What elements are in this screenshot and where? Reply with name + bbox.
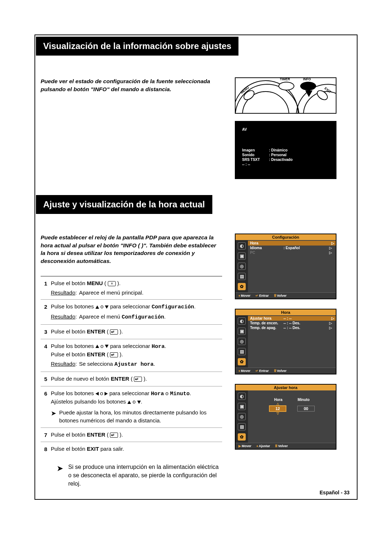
osd-row-ajustar: Ajustar hora-- : --▷	[248, 316, 336, 321]
arrow-right-icon	[105, 392, 108, 396]
osd-pc-icon: ▤	[238, 348, 246, 355]
step: 8Pulse el botón EXIT para salir.	[41, 442, 222, 456]
osd-picture-icon: ◐	[238, 242, 246, 250]
osd-footer: ♦Mover ↵Entrar ⅢVolver	[236, 292, 336, 299]
remote-label-timer: TIMER	[280, 77, 290, 81]
osd-setup-icon: ✿	[238, 358, 246, 365]
enter-button-icon	[110, 433, 118, 438]
osd-title: Hora	[236, 309, 336, 315]
adjust-label-minuto: Minuto	[298, 398, 310, 402]
menu-button-icon: ⅠⅠⅠ	[108, 281, 116, 286]
osd-ajustar-hora: Ajustar hora ◐ ▣ ◎ ▤ ✿ Hora Minuto	[235, 384, 336, 450]
final-note: ➤ Si se produce una interrupción en la a…	[41, 463, 222, 488]
info-row: -- : --	[242, 162, 329, 166]
osd-row-apag: Temp. de apag.-- : -- Des.▷	[250, 325, 334, 330]
step-number: 5	[41, 375, 51, 383]
osd-row-idioma: Idioma: Español▷	[250, 246, 334, 250]
steps-list: 1Pulse el botón MENU ( ⅠⅠⅠ ).Resultado:A…	[41, 276, 222, 456]
osd-sound-icon: ▣	[238, 403, 246, 410]
osd-picture-icon: ◐	[238, 393, 246, 400]
info-row: Sonido: Personal	[242, 153, 329, 157]
arrow-left-icon	[95, 392, 99, 396]
step: 1Pulse el botón MENU ( ⅠⅠⅠ ).Resultado:A…	[41, 276, 222, 300]
remote-button-timer-icon	[278, 82, 294, 90]
step-number: 1	[41, 279, 51, 297]
enter-button-icon	[110, 352, 118, 357]
remote-illustration: TIMER INFO MENU EXIT	[235, 77, 336, 114]
pointer-arrow-icon	[305, 90, 313, 97]
osd-sidebar: ◐ ▣ ◎ ▤ ✿	[236, 390, 248, 443]
adjust-up-icon: △	[277, 402, 279, 405]
info-row: SRS TSXT: Desactivado	[242, 158, 329, 162]
info-screen: AV Imagen: Dinámico Sonido: Personal SRS…	[235, 121, 336, 179]
adjust-value-minuto: 00	[297, 406, 315, 412]
step: 5Pulse de nuevo el botón ENTER ( ).	[41, 372, 222, 386]
enter-button-icon	[134, 377, 142, 382]
arrow-up-icon	[95, 345, 99, 348]
osd-title: Configuración	[236, 234, 336, 240]
osd-footer: ▶Mover ♦Ajustar ⅢVolver	[236, 443, 336, 449]
osd-setup-icon: ✿	[238, 433, 246, 441]
step: 2Pulse los botones o para seleccionar Co…	[41, 300, 222, 325]
osd-footer: ♦Mover ↵Entrar ⅢVolver	[236, 368, 336, 374]
step: 7Pulse el botón ENTER ( ).	[41, 428, 222, 442]
note-arrow-icon: ➤	[51, 409, 56, 425]
osd-picture-icon: ◐	[238, 317, 246, 325]
step-number: 3	[41, 328, 51, 336]
osd-sidebar: ◐ ▣ ◎ ▤ ✿	[236, 315, 248, 368]
enter-button-icon	[110, 329, 118, 335]
osd-sound-icon: ▣	[238, 328, 246, 335]
step-number: 4	[41, 342, 51, 369]
osd-channel-icon: ◎	[238, 263, 246, 270]
osd-row-hora: Hora▷	[248, 241, 336, 246]
info-source: AV	[242, 127, 329, 131]
arrow-up-icon	[95, 305, 99, 309]
remote-label-info: INFO	[303, 77, 311, 81]
remote-button-info-icon	[300, 82, 316, 90]
step-number: 8	[41, 445, 51, 453]
osd-configuracion: Configuración ◐ ▣ ◎ ▤ ✿ Hora▷ I	[235, 234, 336, 299]
intro-text-2: Puede establecer el reloj de la pantalla…	[41, 234, 217, 265]
osd-channel-icon: ◎	[238, 413, 246, 420]
step: 4Pulse los botones o para seleccionar Ho…	[41, 339, 222, 372]
step-number: 6	[41, 389, 51, 425]
osd-sidebar: ◐ ▣ ◎ ▤ ✿	[236, 240, 248, 292]
osd-channel-icon: ◎	[238, 338, 246, 345]
osd-row-pc: PC▷	[250, 250, 334, 255]
osd-hora: Hora ◐ ▣ ◎ ▤ ✿ Ajustar hora-- : --▷	[235, 309, 336, 374]
note-arrow-icon: ➤	[57, 463, 63, 488]
arrow-down-icon	[105, 345, 109, 348]
osd-row-encen: Temp. de encen.-- : -- Des.▷	[250, 321, 334, 325]
info-row: Imagen: Dinámico	[242, 148, 329, 152]
page-footer: Español - 33	[320, 490, 350, 495]
step-number: 7	[41, 431, 51, 439]
adjust-label-hora: Hora	[274, 398, 282, 402]
step: 6Pulse los botones o para seleccionar Ho…	[41, 386, 222, 428]
adjust-value-hora: 12	[269, 405, 286, 412]
arrow-up-icon	[127, 401, 131, 404]
osd-pc-icon: ▤	[238, 423, 246, 430]
osd-sound-icon: ▣	[238, 252, 246, 260]
osd-pc-icon: ▤	[238, 273, 246, 280]
section-title-1: Visualización de la información sobre aj…	[36, 37, 238, 56]
step-number: 2	[41, 303, 51, 321]
adjust-down-icon: ▽	[277, 412, 279, 415]
osd-setup-icon: ✿	[238, 283, 246, 290]
intro-text-1: Puede ver el estado de configuración de …	[41, 77, 217, 93]
step: 3Pulse el botón ENTER ( ).	[41, 325, 222, 339]
arrow-down-icon	[137, 401, 141, 404]
arrow-down-icon	[105, 305, 109, 309]
section-title-2: Ajuste y visualización de la hora actual	[36, 195, 212, 214]
osd-title: Ajustar hora	[236, 385, 336, 390]
